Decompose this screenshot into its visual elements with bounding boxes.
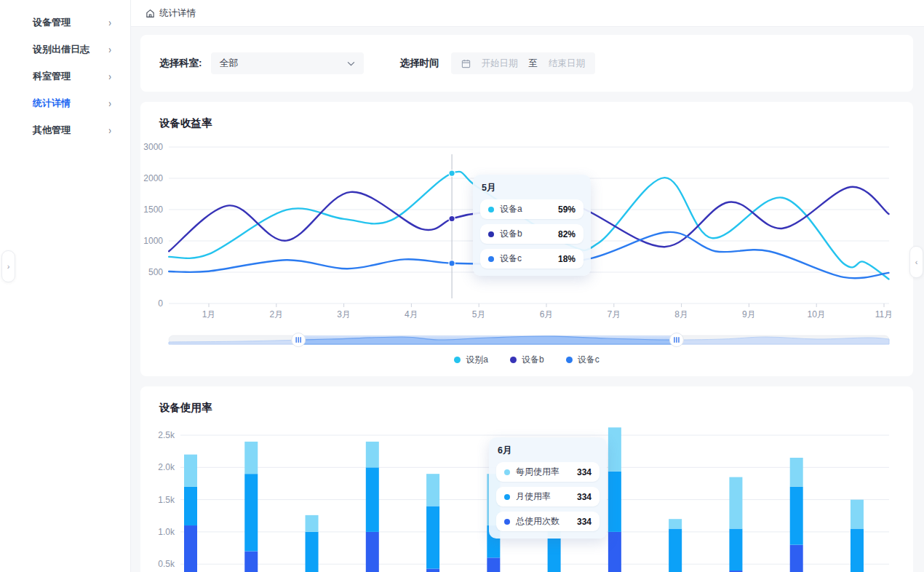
bar-segment[interactable] — [669, 519, 682, 528]
bar-segment[interactable] — [244, 442, 258, 474]
sidebar-item-3[interactable]: 科室管理› — [0, 63, 130, 90]
legend-item[interactable]: 设别a — [454, 354, 488, 366]
home-icon — [146, 9, 155, 18]
bar-segment[interactable] — [608, 427, 621, 471]
sidebar-item-4[interactable]: 统计详情› — [0, 90, 130, 116]
date-separator: 至 — [529, 57, 538, 70]
tooltip-series-name: 设备a — [500, 203, 558, 215]
start-date-input[interactable]: 开始日期 — [482, 57, 518, 70]
breadcrumb-label: 统计详情 — [159, 7, 196, 20]
bar-segment[interactable] — [851, 528, 864, 572]
tooltip-series-value: 59% — [558, 204, 575, 215]
legend-item[interactable]: 设备b — [510, 354, 544, 366]
bar-segment[interactable] — [608, 532, 621, 572]
bar-segment[interactable] — [184, 487, 197, 525]
end-date-input[interactable]: 结束日期 — [549, 57, 585, 70]
svg-text:1.5k: 1.5k — [158, 495, 175, 505]
legend-dot-icon — [454, 357, 461, 363]
svg-text:2000: 2000 — [143, 173, 163, 183]
tooltip-series-name: 每周使用率 — [516, 466, 577, 478]
slider-handle[interactable] — [669, 333, 683, 347]
revenue-chart-legend: 设别a设备b设备c — [140, 354, 913, 366]
bar-segment[interactable] — [729, 528, 742, 571]
bar-segment[interactable] — [366, 532, 379, 572]
bar-segment[interactable] — [548, 539, 561, 572]
sidebar-item-label: 设备管理 — [33, 16, 71, 29]
tooltip-series-name: 设备b — [500, 228, 558, 240]
slider-handle[interactable] — [292, 333, 306, 347]
legend-label: 设别a — [466, 354, 488, 366]
tooltip-series-name: 月使用率 — [516, 490, 577, 503]
sidebar-item-label: 设别出借日志 — [33, 43, 89, 56]
sidebar-item-2[interactable]: 设别出借日志› — [0, 36, 130, 63]
topbar: 统计详情 — [131, 0, 924, 26]
chevron-right-icon: › — [108, 124, 111, 135]
bar-segment[interactable] — [244, 551, 258, 572]
bar-segment[interactable] — [184, 525, 197, 572]
svg-text:8月: 8月 — [674, 309, 688, 319]
legend-dot-icon — [566, 357, 573, 363]
bar-segment[interactable] — [306, 532, 319, 572]
tooltip-series-value: 334 — [577, 517, 592, 527]
bar-segment[interactable] — [669, 528, 682, 572]
dept-select[interactable]: 全部 — [211, 52, 364, 74]
bar-segment[interactable] — [487, 557, 500, 572]
usage-chart-tooltip: 6月 每周使用率334月使用率334总使用次数334 — [489, 437, 607, 539]
tooltip-series-name: 设备c — [500, 253, 558, 265]
svg-text:500: 500 — [148, 267, 163, 277]
svg-text:11月: 11月 — [875, 309, 893, 319]
app-root: 设备管理›设别出借日志›科室管理›统计详情›其他管理› 统计详情 选择科室: 全… — [0, 0, 924, 572]
bar-segment[interactable] — [790, 487, 803, 545]
chevron-right-icon: › — [108, 17, 111, 28]
tooltip-row: 设备a59% — [480, 199, 584, 219]
svg-text:9月: 9月 — [742, 309, 756, 319]
bar-segment[interactable] — [244, 474, 258, 551]
bar-segment[interactable] — [608, 472, 621, 532]
tooltip-series-value: 18% — [558, 254, 575, 264]
breadcrumb[interactable]: 统计详情 — [146, 7, 196, 20]
legend-item[interactable]: 设备c — [566, 354, 600, 366]
collapse-right-handle[interactable]: ‹ — [909, 246, 923, 278]
dept-select-value: 全部 — [220, 57, 239, 70]
svg-text:4月: 4月 — [405, 309, 418, 319]
collapse-left-handle[interactable]: › — [1, 250, 15, 282]
legend-dot-icon — [510, 357, 517, 363]
svg-text:2月: 2月 — [269, 309, 283, 319]
tooltip-series-value: 82% — [558, 229, 575, 239]
sidebar: 设备管理›设别出借日志›科室管理›统计详情›其他管理› — [0, 0, 131, 572]
bar-segment[interactable] — [184, 455, 197, 487]
bar-segment[interactable] — [790, 545, 803, 572]
series-dot-icon — [504, 519, 510, 525]
bar-segment[interactable] — [729, 477, 742, 529]
legend-label: 设备c — [578, 354, 600, 366]
svg-text:5月: 5月 — [472, 309, 486, 319]
bar-segment[interactable] — [426, 568, 439, 572]
bar-segment[interactable] — [851, 500, 864, 529]
date-range-picker[interactable]: 开始日期 至 结束日期 — [451, 52, 596, 74]
sidebar-item-label: 其他管理 — [33, 124, 71, 137]
bar-segment[interactable] — [426, 474, 439, 506]
tooltip-series-name: 总使用次数 — [516, 515, 577, 528]
svg-text:0.5k: 0.5k — [158, 559, 175, 569]
sidebar-item-label: 统计详情 — [33, 97, 71, 110]
svg-text:3月: 3月 — [337, 309, 351, 319]
bar-segment[interactable] — [366, 442, 379, 467]
content: 选择科室: 全部 选择时间 — [131, 26, 924, 572]
usage-chart-card: 设备使用率 2.5k2.0k1.5k1.0k0.5k 6月 每周使用率334月使… — [140, 386, 913, 572]
sidebar-item-5[interactable]: 其他管理› — [0, 116, 130, 143]
tooltip-series-value: 334 — [577, 492, 592, 502]
bar-segment[interactable] — [426, 506, 439, 568]
bar-segment[interactable] — [366, 467, 379, 532]
svg-text:1.0k: 1.0k — [158, 527, 175, 537]
svg-text:7月: 7月 — [607, 309, 621, 319]
tooltip-row: 设备c18% — [480, 249, 584, 269]
bar-segment[interactable] — [790, 458, 803, 487]
sidebar-item-1[interactable]: 设备管理› — [0, 9, 130, 36]
tooltip-row: 设备b82% — [480, 224, 584, 244]
tooltip-title: 5月 — [482, 182, 584, 194]
sidebar-nav: 设备管理›设别出借日志›科室管理›统计详情›其他管理› — [0, 9, 130, 143]
bar-segment[interactable] — [306, 515, 319, 532]
filter-card: 选择科室: 全部 选择时间 — [140, 35, 913, 92]
svg-text:1月: 1月 — [202, 309, 216, 319]
svg-text:2.5k: 2.5k — [158, 430, 175, 440]
